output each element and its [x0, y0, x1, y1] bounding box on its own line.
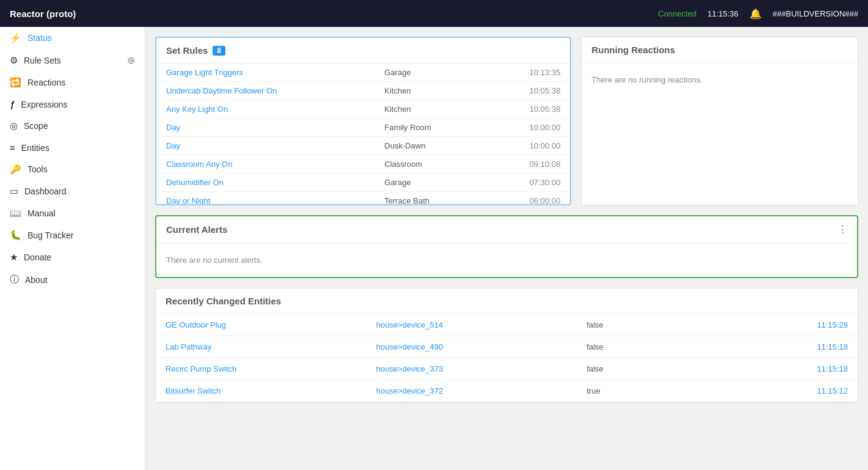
rule-name[interactable]: Day or Night	[156, 192, 374, 205]
entity-row[interactable]: Recirc Pump Switch house>device_373 fals…	[156, 358, 858, 380]
rule-row[interactable]: Day Family Room 10:00:00	[156, 119, 570, 137]
running-reactions-empty: There are no running reactions.	[582, 63, 858, 97]
top-row: Set Rules 8 Garage Light Triggers Garage…	[155, 37, 858, 205]
recently-changed-title: Recently Changed Entities	[166, 296, 281, 306]
rule-name[interactable]: Undercab Daytime Follower On	[156, 82, 374, 100]
manual-icon: 📖	[10, 208, 21, 219]
entity-value: true	[577, 380, 717, 402]
sidebar-item-about[interactable]: ⓘ About	[0, 268, 145, 291]
sidebar-label-dashboard: Dashboard	[24, 186, 67, 196]
rules-table: Garage Light Triggers Garage 10:13:35 Un…	[156, 64, 570, 204]
add-rule-set-button[interactable]: ⊕	[127, 54, 135, 66]
entity-device[interactable]: house>device_490	[367, 336, 577, 358]
connection-status: Connected	[658, 9, 696, 18]
rule-name[interactable]: Any Key Light On	[156, 100, 374, 119]
rule-time: 10:00:00	[486, 137, 570, 155]
rule-row[interactable]: Any Key Light On Kitchen 10:05:38	[156, 100, 570, 119]
sidebar-label-about: About	[25, 275, 48, 285]
entity-device[interactable]: house>device_372	[367, 380, 577, 402]
sidebar-item-tools[interactable]: 🔑 Tools	[0, 158, 145, 180]
rule-location: Family Room	[374, 119, 486, 137]
rule-row[interactable]: Day Dusk-Dawn 10:00:00	[156, 137, 570, 155]
build-version: ###BUILDVERSION###	[773, 9, 858, 18]
sidebar-item-manual[interactable]: 📖 Manual	[0, 202, 145, 224]
sidebar-label-donate: Donate	[24, 252, 51, 262]
rule-location: Kitchen	[374, 100, 486, 119]
entity-value: false	[577, 336, 717, 358]
sidebar-label-status: Status	[27, 33, 52, 43]
sidebar-item-reactions[interactable]: 🔁 Reactions	[0, 72, 145, 94]
rule-row[interactable]: Dehumidifier On Garage 07:30:00	[156, 174, 570, 192]
current-alerts-empty: There are no current alerts.	[156, 243, 857, 277]
sidebar-label-bug-tracker: Bug Tracker	[27, 230, 73, 240]
entity-row[interactable]: GE Outdoor Plug house>device_514 false 1…	[156, 314, 858, 336]
alerts-menu-icon[interactable]: ⋮	[837, 224, 847, 235]
reactions-icon: 🔁	[10, 77, 21, 88]
scope-icon: ◎	[10, 120, 18, 131]
entity-row[interactable]: Lab Pathway house>device_490 false 11:15…	[156, 336, 858, 358]
donate-icon: ★	[10, 252, 18, 263]
sidebar-label-manual: Manual	[27, 208, 56, 218]
sidebar-label-expressions: Expressions	[21, 100, 67, 109]
rule-sets-icon: ⚙	[10, 55, 18, 66]
topbar: Reactor (proto) Connected 11:15:36 🔔 ###…	[0, 0, 868, 27]
rule-location: Classroom	[374, 155, 486, 174]
tools-icon: 🔑	[10, 164, 21, 175]
rule-row[interactable]: Undercab Daytime Follower On Kitchen 10:…	[156, 82, 570, 100]
set-rules-card: Set Rules 8 Garage Light Triggers Garage…	[155, 37, 571, 205]
rule-location: Terrace Bath	[374, 192, 486, 205]
sidebar-item-bug-tracker[interactable]: 🐛 Bug Tracker	[0, 224, 145, 246]
main-content: Set Rules 8 Garage Light Triggers Garage…	[145, 27, 868, 470]
sidebar-item-donate[interactable]: ★ Donate	[0, 246, 145, 268]
running-reactions-card: Running Reactions There are no running r…	[581, 37, 858, 205]
entity-time: 11:15:28	[717, 314, 858, 336]
sidebar-item-scope[interactable]: ◎ Scope	[0, 115, 145, 137]
rules-list: Garage Light Triggers Garage 10:13:35 Un…	[156, 64, 570, 204]
rule-row[interactable]: Classroom Any On Classroom 09:10:08	[156, 155, 570, 174]
sidebar-label-tools: Tools	[27, 164, 48, 174]
set-rules-header: Set Rules 8	[156, 38, 570, 64]
rule-name[interactable]: Dehumidifier On	[156, 174, 374, 192]
current-alerts-card: Current Alerts ⋮ There are no current al…	[155, 215, 858, 278]
rule-name[interactable]: Garage Light Triggers	[156, 64, 374, 82]
sidebar-label-scope: Scope	[24, 121, 48, 131]
entity-value: false	[577, 314, 717, 336]
entity-name[interactable]: Bitsurfer Switch	[156, 380, 367, 402]
rule-name[interactable]: Day	[156, 137, 374, 155]
rule-row[interactable]: Day or Night Terrace Bath 06:00:00	[156, 192, 570, 205]
recently-changed-header: Recently Changed Entities	[156, 288, 858, 314]
entity-name[interactable]: Recirc Pump Switch	[156, 358, 367, 380]
entity-name[interactable]: Lab Pathway	[156, 336, 367, 358]
running-reactions-title: Running Reactions	[591, 45, 675, 55]
rule-time: 06:00:00	[486, 192, 570, 205]
status-icon: ⚡	[10, 32, 21, 43]
bell-icon[interactable]: 🔔	[749, 8, 762, 20]
dashboard-icon: ▭	[10, 186, 18, 197]
rule-time: 07:30:00	[486, 174, 570, 192]
sidebar-item-expressions[interactable]: ƒ Expressions	[0, 94, 145, 115]
app-title: Reactor (proto)	[10, 9, 658, 19]
rule-time: 10:13:35	[486, 64, 570, 82]
entity-time: 11:15:18	[717, 336, 858, 358]
entity-device[interactable]: house>device_514	[367, 314, 577, 336]
rule-time: 09:10:08	[486, 155, 570, 174]
sidebar-item-rule-sets[interactable]: ⚙ Rule Sets ⊕	[0, 49, 145, 72]
sidebar-label-reactions: Reactions	[27, 78, 65, 87]
rule-name[interactable]: Classroom Any On	[156, 155, 374, 174]
entity-name[interactable]: GE Outdoor Plug	[156, 314, 367, 336]
rule-location: Garage	[374, 174, 486, 192]
entity-row[interactable]: Bitsurfer Switch house>device_372 true 1…	[156, 380, 858, 402]
sidebar-item-status[interactable]: ⚡ Status	[0, 27, 145, 49]
rule-row[interactable]: Garage Light Triggers Garage 10:13:35	[156, 64, 570, 82]
sidebar-item-dashboard[interactable]: ▭ Dashboard	[0, 180, 145, 202]
topbar-right: Connected 11:15:36 🔔 ###BUILDVERSION###	[658, 8, 858, 20]
entity-device[interactable]: house>device_373	[367, 358, 577, 380]
sidebar-item-entities[interactable]: ≡ Entities	[0, 137, 145, 158]
rule-time: 10:05:38	[486, 82, 570, 100]
sidebar-label-entities: Entities	[21, 143, 49, 153]
rule-location: Garage	[374, 64, 486, 82]
sidebar: ⚡ Status ⚙ Rule Sets ⊕ 🔁 Reactions ƒ Exp…	[0, 27, 145, 470]
about-icon: ⓘ	[10, 274, 19, 285]
rule-time: 10:00:00	[486, 119, 570, 137]
rule-name[interactable]: Day	[156, 119, 374, 137]
